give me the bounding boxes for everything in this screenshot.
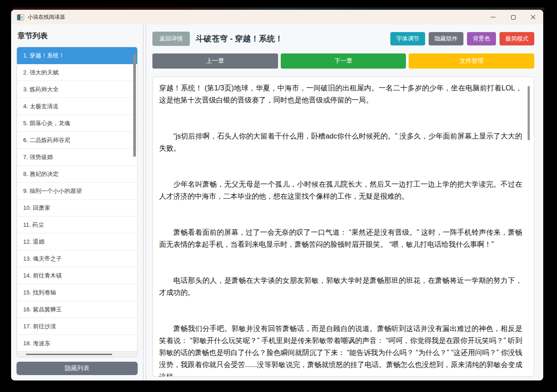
sidebar: 章节列表 1. 穿越！系统！2. 强大的天赋3. 炼药师大全4. 太极玄清道5.… (11, 24, 143, 380)
maximize-button[interactable] (503, 10, 523, 24)
novel-paragraph: 萧畅我们分手吧。郭敏并没有回答萧畅话，而是自顾自的说道。萧畅听到这话并没有漏出难… (159, 323, 522, 376)
hide-widgets-button[interactable]: 隐藏组件 (429, 32, 463, 45)
novel-paragraph: 萧畅看着面前的屏幕，过了一会无奈的叹了一口气道： “果然还是没有晋级。” 这时，… (159, 226, 522, 250)
chapter-item[interactable]: 1. 穿越！系统！ (17, 47, 137, 64)
chapter-item[interactable]: 10. 回萧家 (17, 200, 137, 216)
window-title: 小说在线阅读器 (28, 13, 483, 21)
chapter-item[interactable]: 18. 海波东 (17, 335, 137, 351)
main-area: 返回详情 斗破苍穹 - 穿越！系统！ 字体调节隐藏组件背景色极简模式 上一章下一… (146, 24, 543, 380)
chapter-item[interactable]: 12. 退婚 (17, 233, 137, 250)
chapter-item[interactable]: 16. 紫晶翼狮王 (17, 301, 137, 318)
reader-text: 穿越！系统！ (第1/3页)地球，华夏，中海市，一间破旧的出租屋内。一名二十多岁… (153, 77, 534, 376)
novel-paragraph: “js切后排啊，石头人你的大留着干什么用，卧槽adc你什么时候死的。” 没多久，… (159, 130, 522, 154)
close-button[interactable] (523, 10, 543, 24)
chapter-item[interactable]: 5. 陨落心炎，龙魂 (17, 115, 137, 132)
chapter-navigation: 上一章下一章文件管理 (152, 53, 534, 69)
file-manager-button[interactable]: 文件管理 (409, 53, 534, 69)
background-color-button[interactable]: 背景色 (467, 32, 496, 45)
chapter-item[interactable]: 4. 太极玄清道 (17, 98, 137, 115)
minimize-button[interactable] (483, 10, 503, 24)
close-icon (530, 14, 536, 20)
novel-paragraph: 穿越！系统！ (第1/3页)地球，华夏，中海市，一间破旧的出租屋内。一名二十多岁… (159, 82, 522, 106)
window-controls (483, 10, 543, 24)
reader-panel: 穿越！系统！ (第1/3页)地球，华夏，中海市，一间破旧的出租屋内。一名二十多岁… (152, 77, 534, 377)
chapter-list-title: 章节列表 (17, 31, 138, 41)
minimize-icon (491, 17, 496, 17)
chapter-items: 1. 穿越！系统！2. 强大的天赋3. 炼药师大全4. 太极玄清道5. 陨落心炎… (17, 47, 137, 351)
book-chapter-title: 斗破苍穹 - 穿越！系统！ (196, 33, 387, 44)
chapter-item[interactable]: 2. 强大的天赋 (17, 64, 137, 81)
chapter-item[interactable]: 6. 二品炼药师谷尼 (17, 132, 137, 149)
prev-chapter-button[interactable]: 上一章 (152, 53, 278, 69)
next-chapter-button[interactable]: 下一章 (281, 53, 406, 69)
chapter-item[interactable]: 17. 前往沙漠 (17, 318, 137, 335)
chapter-list-vertical-scrollbar[interactable] (133, 53, 136, 157)
chapter-item[interactable]: 9. 抽到一个小小的愿望 (17, 183, 137, 200)
minimal-mode-button[interactable]: 极简模式 (500, 32, 534, 45)
chapter-item[interactable]: 14. 前往青木镇 (17, 267, 137, 284)
chapter-list: 1. 穿越！系统！2. 强大的天赋3. 炼药师大全4. 太极玄清道5. 陨落心炎… (16, 47, 138, 357)
maximize-icon (511, 15, 516, 20)
hide-list-button[interactable]: 隐藏列表 (16, 362, 138, 375)
back-to-details-button[interactable]: 返回详情 (152, 32, 190, 46)
desktop-background: 小说在线阅读器 章节列表 1. 穿越！系统！2. 强大的天赋3. 炼药师大全4.… (0, 0, 557, 392)
chapter-item[interactable]: 7. 强势逼婚 (17, 149, 137, 166)
novel-paragraph: 少年名叫萧畅，无父无母是一个孤儿，小时候在孤儿院长大，然后又一边打工一边上学的把… (159, 178, 522, 202)
reader-header: 返回详情 斗破苍穹 - 穿越！系统！ 字体调节隐藏组件背景色极简模式 (152, 32, 534, 46)
reader-tool-buttons: 字体调节隐藏组件背景色极简模式 (387, 32, 534, 45)
chapter-list-horizontal-scrollbar-track[interactable] (17, 351, 137, 357)
app-icon (17, 14, 24, 20)
chapter-list-horizontal-scrollbar-thumb[interactable] (26, 354, 112, 355)
chapter-item[interactable]: 3. 炼药师大全 (17, 81, 137, 98)
panel-splitter[interactable] (143, 24, 146, 380)
chapter-item[interactable]: 8. 雅妃的决定 (17, 166, 137, 183)
chapter-item[interactable]: 15. 找到卷轴 (17, 284, 137, 301)
app-body: 章节列表 1. 穿越！系统！2. 强大的天赋3. 炼药师大全4. 太极玄清道5.… (11, 24, 543, 380)
chapter-item[interactable]: 13. 魂天帝之子 (17, 250, 137, 267)
app-window: 小说在线阅读器 章节列表 1. 穿越！系统！2. 强大的天赋3. 炼药师大全4.… (11, 10, 543, 380)
window-titlebar: 小说在线阅读器 (11, 10, 543, 24)
font-adjust-button[interactable]: 字体调节 (390, 32, 425, 45)
novel-paragraph: 电话那头的人，是萧畅在大学谈的女朋友郭敏，郭敏大学时是萧畅那班的班花，在萧畅将近… (159, 274, 522, 298)
chapter-item[interactable]: 11. 药尘 (17, 216, 137, 233)
reader-scrollbar-thumb[interactable] (528, 86, 530, 140)
